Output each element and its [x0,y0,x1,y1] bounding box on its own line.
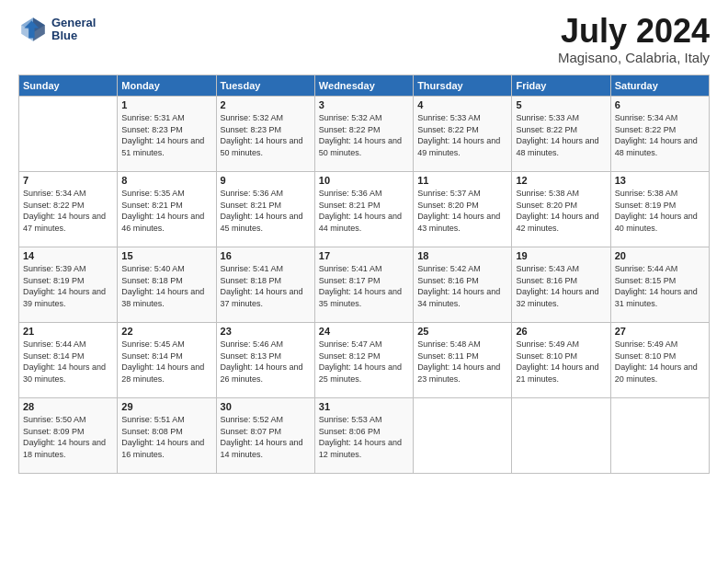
day-number: 28 [23,401,113,412]
cell-w2d0: 14Sunrise: 5:39 AMSunset: 8:19 PMDayligh… [19,247,118,323]
cell-w1d3: 10Sunrise: 5:36 AMSunset: 8:21 PMDayligh… [314,172,413,247]
cell-info: Sunrise: 5:53 AMSunset: 8:06 PMDaylight:… [319,415,402,459]
cell-w4d5 [512,398,610,474]
day-number: 19 [516,250,606,261]
cell-info: Sunrise: 5:40 AMSunset: 8:18 PMDaylight:… [121,264,204,308]
cell-w4d6 [610,398,709,474]
col-header-monday: Monday [118,75,216,97]
day-number: 2 [221,99,311,110]
cell-w1d0: 7Sunrise: 5:34 AMSunset: 8:22 PMDaylight… [19,172,118,247]
day-number: 27 [615,326,705,337]
calendar-table: SundayMondayTuesdayWednesdayThursdayFrid… [18,75,710,474]
day-number: 1 [121,99,211,110]
cell-info: Sunrise: 5:32 AMSunset: 8:22 PMDaylight:… [319,113,402,157]
day-number: 8 [121,175,211,186]
logo-text: General Blue [51,17,96,43]
cell-info: Sunrise: 5:36 AMSunset: 8:21 PMDaylight:… [221,189,303,233]
cell-info: Sunrise: 5:44 AMSunset: 8:15 PMDaylight:… [615,264,698,308]
week-row-4: 28Sunrise: 5:50 AMSunset: 8:09 PMDayligh… [19,398,710,474]
day-number: 13 [615,175,705,186]
cell-w2d6: 20Sunrise: 5:44 AMSunset: 8:15 PMDayligh… [610,247,709,323]
col-header-wednesday: Wednesday [314,75,413,97]
col-header-saturday: Saturday [610,75,709,97]
cell-info: Sunrise: 5:31 AMSunset: 8:23 PMDaylight:… [121,113,204,157]
cell-info: Sunrise: 5:39 AMSunset: 8:19 PMDaylight:… [23,264,106,308]
day-number: 9 [221,175,311,186]
day-number: 30 [221,401,311,412]
day-number: 5 [516,99,606,110]
cell-info: Sunrise: 5:37 AMSunset: 8:20 PMDaylight:… [417,189,500,233]
cell-info: Sunrise: 5:52 AMSunset: 8:07 PMDaylight:… [221,415,303,459]
cell-info: Sunrise: 5:47 AMSunset: 8:12 PMDaylight:… [319,339,402,384]
cell-w0d5: 5Sunrise: 5:33 AMSunset: 8:22 PMDaylight… [512,97,610,172]
cell-w3d3: 24Sunrise: 5:47 AMSunset: 8:12 PMDayligh… [314,323,413,398]
location: Magisano, Calabria, Italy [558,50,710,65]
cell-w1d6: 13Sunrise: 5:38 AMSunset: 8:19 PMDayligh… [610,172,709,247]
cell-info: Sunrise: 5:49 AMSunset: 8:10 PMDaylight:… [516,339,598,384]
col-header-sunday: Sunday [19,75,118,97]
cell-w4d3: 31Sunrise: 5:53 AMSunset: 8:06 PMDayligh… [314,398,413,474]
day-number: 15 [121,250,211,261]
day-number: 17 [319,250,409,261]
cell-w1d1: 8Sunrise: 5:35 AMSunset: 8:21 PMDaylight… [118,172,216,247]
week-row-1: 7Sunrise: 5:34 AMSunset: 8:22 PMDaylight… [19,172,710,247]
cell-w4d2: 30Sunrise: 5:52 AMSunset: 8:07 PMDayligh… [216,398,314,474]
day-number: 4 [417,99,507,110]
cell-w2d3: 17Sunrise: 5:41 AMSunset: 8:17 PMDayligh… [314,247,413,323]
cell-info: Sunrise: 5:38 AMSunset: 8:20 PMDaylight:… [516,189,598,233]
svg-marker-2 [33,17,45,41]
header-row: SundayMondayTuesdayWednesdayThursdayFrid… [19,75,710,97]
cell-info: Sunrise: 5:50 AMSunset: 8:09 PMDaylight:… [23,415,106,459]
cell-w2d2: 16Sunrise: 5:41 AMSunset: 8:18 PMDayligh… [216,247,314,323]
cell-info: Sunrise: 5:46 AMSunset: 8:13 PMDaylight:… [221,339,303,384]
logo: General Blue [18,15,96,44]
cell-w3d1: 22Sunrise: 5:45 AMSunset: 8:14 PMDayligh… [118,323,216,398]
cell-info: Sunrise: 5:33 AMSunset: 8:22 PMDaylight:… [516,113,598,157]
col-header-tuesday: Tuesday [216,75,314,97]
day-number: 23 [221,326,311,337]
cell-info: Sunrise: 5:44 AMSunset: 8:14 PMDaylight:… [23,339,106,384]
cell-w3d0: 21Sunrise: 5:44 AMSunset: 8:14 PMDayligh… [19,323,118,398]
cell-w0d4: 4Sunrise: 5:33 AMSunset: 8:22 PMDaylight… [414,97,512,172]
day-number: 14 [23,250,113,261]
cell-w2d1: 15Sunrise: 5:40 AMSunset: 8:18 PMDayligh… [118,247,216,323]
cell-info: Sunrise: 5:32 AMSunset: 8:23 PMDaylight:… [221,113,303,157]
day-number: 29 [121,401,211,412]
day-number: 25 [417,326,507,337]
day-number: 18 [417,250,507,261]
cell-w2d5: 19Sunrise: 5:43 AMSunset: 8:16 PMDayligh… [512,247,610,323]
page: General Blue July 2024 Magisano, Calabri… [0,0,728,563]
title-block: July 2024 Magisano, Calabria, Italy [558,15,710,65]
day-number: 3 [319,99,409,110]
cell-info: Sunrise: 5:34 AMSunset: 8:22 PMDaylight:… [23,189,106,233]
cell-info: Sunrise: 5:43 AMSunset: 8:16 PMDaylight:… [516,264,598,308]
day-number: 16 [221,250,311,261]
logo-line1: General [51,17,96,29]
day-number: 6 [615,99,705,110]
cell-w0d1: 1Sunrise: 5:31 AMSunset: 8:23 PMDaylight… [118,97,216,172]
cell-w4d0: 28Sunrise: 5:50 AMSunset: 8:09 PMDayligh… [19,398,118,474]
day-number: 31 [319,401,409,412]
cell-w1d4: 11Sunrise: 5:37 AMSunset: 8:20 PMDayligh… [414,172,512,247]
day-number: 20 [615,250,705,261]
col-header-thursday: Thursday [414,75,512,97]
week-row-2: 14Sunrise: 5:39 AMSunset: 8:19 PMDayligh… [19,247,710,323]
cell-info: Sunrise: 5:51 AMSunset: 8:08 PMDaylight:… [121,415,204,459]
cell-w4d4 [414,398,512,474]
day-number: 12 [516,175,606,186]
day-number: 11 [417,175,507,186]
logo-line2: Blue [51,29,96,42]
day-number: 7 [23,175,113,186]
cell-info: Sunrise: 5:41 AMSunset: 8:17 PMDaylight:… [319,264,402,308]
cell-w0d6: 6Sunrise: 5:34 AMSunset: 8:22 PMDaylight… [610,97,709,172]
cell-w0d2: 2Sunrise: 5:32 AMSunset: 8:23 PMDaylight… [216,97,314,172]
cell-info: Sunrise: 5:41 AMSunset: 8:18 PMDaylight:… [221,264,303,308]
day-number: 21 [23,326,113,337]
cell-info: Sunrise: 5:34 AMSunset: 8:22 PMDaylight:… [615,113,698,157]
cell-w2d4: 18Sunrise: 5:42 AMSunset: 8:16 PMDayligh… [414,247,512,323]
cell-w3d2: 23Sunrise: 5:46 AMSunset: 8:13 PMDayligh… [216,323,314,398]
week-row-0: 1Sunrise: 5:31 AMSunset: 8:23 PMDaylight… [19,97,710,172]
cell-w3d5: 26Sunrise: 5:49 AMSunset: 8:10 PMDayligh… [512,323,610,398]
cell-w3d4: 25Sunrise: 5:48 AMSunset: 8:11 PMDayligh… [414,323,512,398]
day-number: 10 [319,175,409,186]
